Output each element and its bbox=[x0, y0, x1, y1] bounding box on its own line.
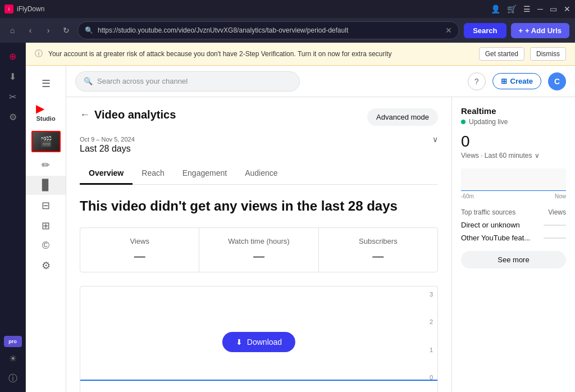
user-icon[interactable]: 👤 bbox=[491, 4, 500, 13]
sidebar-item-copyright[interactable]: © bbox=[26, 236, 66, 255]
add-urls-button[interactable]: + + Add Urls bbox=[511, 23, 570, 38]
analytics-back-button[interactable]: ← bbox=[80, 109, 90, 121]
url-search-icon: 🔍 bbox=[85, 26, 93, 34]
sidebar-item-comments[interactable]: ⊟ bbox=[26, 196, 66, 215]
app-sidebar: ⊕ ⬇ ✂ ⚙ pro ☀ ⓘ bbox=[0, 43, 26, 392]
analytics-icon: ▊ bbox=[42, 179, 50, 192]
traffic-row-1: Other YouTube feat... bbox=[461, 234, 566, 242]
dismiss-button[interactable]: Dismiss bbox=[530, 47, 566, 61]
traffic-header: Top traffic sources Views bbox=[461, 208, 566, 216]
sidebar-icon-cut[interactable]: ✂ bbox=[4, 88, 22, 106]
forward-btn[interactable]: › bbox=[42, 24, 55, 37]
maximize-btn[interactable]: ▭ bbox=[550, 4, 557, 13]
chart-area: 3 2 1 0 ⬇ Download bbox=[80, 286, 438, 392]
avatar[interactable]: C bbox=[548, 72, 566, 90]
video-thumbnail-sidebar[interactable]: 🎬 bbox=[31, 131, 61, 152]
main-container: ⊕ ⬇ ✂ ⚙ pro ☀ ⓘ ⓘ Your account is at gre… bbox=[0, 43, 575, 392]
app-title: iFlyDown bbox=[17, 5, 44, 13]
tab-engagement[interactable]: Engagement bbox=[174, 163, 236, 185]
realtime-views-label[interactable]: Views · Last 60 minutes ∨ bbox=[461, 152, 566, 159]
tab-audience[interactable]: Audience bbox=[236, 163, 286, 185]
yt-studio-text: Studio bbox=[36, 115, 55, 122]
traffic-source-0: Direct or unknown bbox=[461, 221, 520, 229]
sidebar-item-analytics[interactable]: ▊ bbox=[26, 176, 66, 195]
sidebar-icon-home[interactable]: ⊕ bbox=[4, 47, 22, 65]
url-clear-btn[interactable]: ✕ bbox=[445, 26, 452, 35]
create-icon: ⊞ bbox=[501, 77, 507, 85]
window-controls: 👤 🛒 ☰ ─ ▭ ✕ bbox=[491, 4, 571, 13]
download-label: Download bbox=[247, 338, 282, 347]
download-icon: ⬇ bbox=[236, 338, 243, 347]
stat-views: Views — bbox=[80, 228, 199, 272]
yt-studio: ☰ ▶ Studio 🎬 ✏ ▊ bbox=[26, 66, 575, 392]
sidebar-icon-info[interactable]: ⓘ bbox=[4, 370, 22, 388]
menu-icon[interactable]: ☰ bbox=[523, 4, 531, 13]
get-started-button[interactable]: Get started bbox=[479, 47, 524, 61]
hamburger-menu[interactable]: ☰ bbox=[35, 72, 57, 95]
realtime-title: Realtime bbox=[461, 106, 566, 116]
content-area: ⓘ Your account is at greater risk of att… bbox=[26, 43, 575, 392]
plus-icon: + bbox=[519, 26, 523, 35]
tab-reach[interactable]: Reach bbox=[133, 163, 173, 185]
chart-y-labels: 3 2 1 0 bbox=[430, 291, 433, 381]
sidebar-icon-settings[interactable]: ⚙ bbox=[4, 108, 22, 126]
stat-subscribers-label: Subscribers bbox=[330, 237, 426, 245]
title-bar: i iFlyDown 👤 🛒 ☰ ─ ▭ ✕ bbox=[0, 0, 575, 18]
tab-overview[interactable]: Overview bbox=[80, 163, 133, 185]
yt-header: 🔍 Search across your channel ? ⊞ Create … bbox=[66, 66, 575, 97]
refresh-btn[interactable]: ↻ bbox=[60, 24, 73, 37]
mini-chart-line bbox=[461, 190, 566, 191]
cart-icon[interactable]: 🛒 bbox=[507, 4, 517, 13]
yt-logo-icon: ▶ bbox=[36, 102, 44, 115]
add-urls-label: + Add Urls bbox=[525, 26, 562, 35]
edit-icon: ✏ bbox=[42, 159, 50, 171]
sidebar-item-subtitles[interactable]: ⊞ bbox=[26, 216, 66, 235]
close-btn[interactable]: ✕ bbox=[564, 4, 571, 13]
create-label: Create bbox=[510, 77, 533, 85]
no-views-message: This video didn't get any views in the l… bbox=[80, 198, 438, 214]
mini-chart-labels: -60m Now bbox=[461, 193, 566, 199]
youtube-logo: ▶ bbox=[36, 102, 55, 115]
yt-sidebar: ☰ ▶ Studio 🎬 ✏ ▊ bbox=[26, 66, 66, 392]
date-range-label: Last 28 days bbox=[80, 144, 438, 154]
yt-sidebar-items: 🎬 ✏ ▊ ⊟ ⊞ © bbox=[26, 129, 66, 275]
home-btn[interactable]: ⌂ bbox=[6, 24, 19, 37]
yt-main: 🔍 Search across your channel ? ⊞ Create … bbox=[66, 66, 575, 392]
stat-watch-time-value: — bbox=[211, 250, 307, 263]
yt-search-bar[interactable]: 🔍 Search across your channel bbox=[75, 71, 300, 92]
sidebar-icon-download[interactable]: ⬇ bbox=[4, 67, 22, 85]
minimize-btn[interactable]: ─ bbox=[537, 4, 543, 13]
sidebar-item-edit[interactable]: ✏ bbox=[26, 156, 66, 175]
analytics-container: ← Video analytics Advanced mode Oct 9 – … bbox=[66, 97, 575, 392]
stat-watch-time-label: Watch time (hours) bbox=[211, 237, 307, 245]
stat-views-value: — bbox=[92, 250, 188, 263]
search-button[interactable]: Search bbox=[464, 23, 506, 38]
chart-time-start: -60m bbox=[461, 193, 474, 199]
back-btn[interactable]: ‹ bbox=[24, 24, 37, 37]
search-icon: 🔍 bbox=[84, 77, 93, 85]
download-button[interactable]: ⬇ Download bbox=[222, 332, 295, 352]
chevron-down-icon: ∨ bbox=[432, 135, 438, 144]
chart-y-label-1: 1 bbox=[430, 347, 433, 353]
traffic-dash-1 bbox=[544, 238, 566, 239]
analytics-tabs: Overview Reach Engagement Audience bbox=[80, 163, 438, 185]
warning-banner: ⓘ Your account is at greater risk of att… bbox=[26, 43, 575, 66]
analytics-page-title: Video analytics bbox=[94, 108, 176, 121]
stat-watch-time: Watch time (hours) — bbox=[199, 228, 318, 272]
url-bar[interactable]: 🔍 https://studio.youtube.com/video/JvznU… bbox=[77, 21, 459, 39]
analytics-title-row: ← Video analytics bbox=[80, 108, 176, 121]
stat-subscribers: Subscribers — bbox=[319, 228, 437, 272]
sidebar-icon-theme[interactable]: ☀ bbox=[4, 349, 22, 367]
analytics-right-panel: Realtime Updating live 0 Views · Last 60… bbox=[451, 97, 575, 392]
date-range-selector[interactable]: Oct 9 – Nov 5, 2024 ∨ Last 28 days bbox=[80, 135, 438, 154]
create-button[interactable]: ⊞ Create bbox=[492, 73, 541, 89]
sidebar-item-filter[interactable]: ⚙ bbox=[26, 256, 66, 275]
info-icon: ⓘ bbox=[35, 49, 43, 59]
see-more-button[interactable]: See more bbox=[461, 251, 566, 268]
analytics-main: ← Video analytics Advanced mode Oct 9 – … bbox=[66, 97, 451, 392]
help-button[interactable]: ? bbox=[468, 72, 486, 90]
copyright-icon: © bbox=[42, 240, 49, 252]
advanced-mode-button[interactable]: Advanced mode bbox=[367, 108, 438, 126]
analytics-header: ← Video analytics Advanced mode bbox=[80, 108, 438, 126]
subtitles-icon: ⊞ bbox=[42, 220, 50, 232]
